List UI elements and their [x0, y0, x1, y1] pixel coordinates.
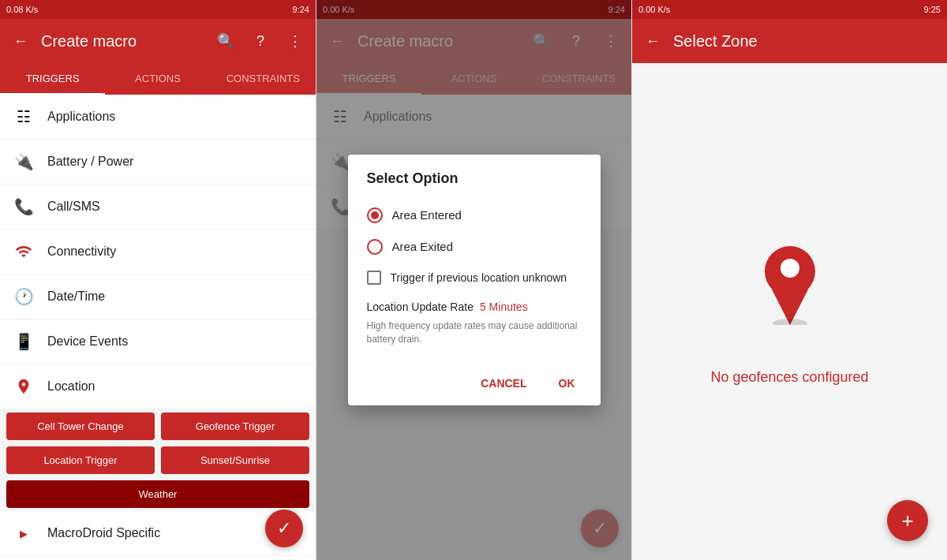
help-button-1[interactable]: ? [246, 27, 275, 55]
option-area-exited[interactable]: Area Exited [367, 231, 582, 263]
status-bar-1: 0.08 K/s 9:24 [0, 0, 316, 19]
prev-location-label: Trigger if previous location unknown [391, 271, 567, 284]
dialog-title: Select Option [348, 155, 601, 196]
back-button-1[interactable]: ← [6, 27, 35, 55]
list-item-applications[interactable]: ☷ Applications [0, 95, 316, 140]
area-entered-label: Area Entered [392, 208, 462, 222]
fab-check-1[interactable]: ✓ [265, 510, 303, 547]
map-pin-svg [754, 238, 825, 325]
tabs-1: Triggers Actions Constraints [0, 63, 316, 95]
help-icon-1: ? [256, 33, 264, 50]
list-item-datetime[interactable]: 🕐 Date/Time [0, 274, 316, 319]
back-button-3[interactable]: ← [638, 27, 667, 55]
callsms-label: Call/SMS [47, 200, 100, 214]
option-prev-location[interactable]: Trigger if previous location unknown [367, 263, 582, 293]
device-label: Device Events [47, 334, 128, 349]
datetime-icon: 🕐 [13, 286, 35, 308]
back-icon-1: ← [13, 33, 28, 50]
map-pin-container [750, 238, 829, 341]
more-icon-1: ⋮ [288, 32, 302, 50]
list-item-sensors[interactable]: ◎ Sensors [0, 556, 316, 560]
location-trigger-button[interactable]: Location Trigger [6, 446, 155, 474]
status-left-3: 0.00 K/s [638, 5, 670, 14]
svg-point-2 [780, 259, 799, 278]
checkbox-prev-location[interactable] [367, 271, 381, 285]
update-rate-row: Location Update Rate 5 Minutes [367, 293, 582, 316]
radio-area-exited[interactable] [367, 239, 383, 255]
dialog-content: Area Entered Area Exited Trigger if prev… [348, 196, 601, 365]
applications-label: Applications [47, 110, 115, 124]
search-button-1[interactable]: 🔍 [211, 27, 240, 55]
status-time-3: 9:25 [924, 5, 941, 14]
list-item-battery[interactable]: 🔌 Battery / Power [0, 140, 316, 185]
update-rate-label: Location Update Rate [367, 301, 474, 313]
ok-button[interactable]: OK [546, 371, 588, 396]
battery-drain-warning: High frequency update rates may cause ad… [367, 316, 582, 356]
location-sub-buttons-1: Cell Tower Change Geofence Trigger [0, 409, 316, 443]
dialog-overlay: Select Option Area Entered Area Exited T… [316, 0, 631, 560]
connectivity-label: Connectivity [47, 245, 116, 259]
update-rate-value[interactable]: 5 Minutes [480, 301, 528, 313]
app-bar-3: ← Select Zone [632, 19, 947, 63]
location-icon [13, 375, 35, 398]
callsms-icon: 📞 [13, 196, 35, 218]
status-right-3: 9:25 [924, 5, 941, 14]
zone-empty-state: No geofences configured [632, 63, 947, 560]
svg-point-3 [773, 319, 807, 325]
macrodroid-icon: ▸ [13, 522, 35, 544]
panel-create-macro-2: 0.00 K/s 9:24 ← Create macro 🔍 ? ⋮ Trigg… [316, 0, 631, 560]
battery-icon: 🔌 [13, 151, 35, 173]
app-title-1: Create macro [41, 32, 205, 50]
status-bar-3: 0.00 K/s 9:25 [632, 0, 947, 19]
geofence-button[interactable]: Geofence Trigger [161, 413, 309, 440]
cancel-button[interactable]: CANCEL [468, 371, 539, 396]
weather-button[interactable]: Weather [6, 480, 309, 508]
dialog-actions: CANCEL OK [348, 364, 601, 405]
datetime-label: Date/Time [47, 289, 105, 304]
panel-select-zone: 0.00 K/s 9:25 ← Select Zone No geofences… [631, 0, 947, 560]
device-icon: 📱 [13, 330, 35, 353]
status-right-1: 9:24 [293, 5, 309, 14]
weather-row: Weather [0, 477, 316, 511]
search-icon-1: 🔍 [217, 32, 234, 50]
radio-area-entered[interactable] [367, 207, 383, 223]
tab-constraints-1[interactable]: Constraints [211, 63, 316, 95]
more-button-1[interactable]: ⋮ [281, 27, 309, 55]
app-title-3: Select Zone [673, 32, 941, 50]
connectivity-icon [13, 241, 35, 263]
list-item-callsms[interactable]: 📞 Call/SMS [0, 185, 316, 230]
status-time-1: 9:24 [293, 5, 309, 14]
panel-create-macro-1: 0.08 K/s 9:24 ← Create macro 🔍 ? ⋮ Trigg… [0, 0, 316, 560]
status-left-1: 0.08 K/s [6, 5, 38, 14]
select-option-dialog: Select Option Area Entered Area Exited T… [348, 155, 601, 406]
tab-triggers-1[interactable]: Triggers [0, 63, 105, 95]
check-icon-1: ✓ [277, 518, 291, 539]
location-label: Location [47, 379, 95, 394]
battery-label: Battery / Power [47, 155, 133, 169]
applications-icon: ☷ [13, 106, 35, 128]
macrodroid-label: MacroDroid Specific [47, 526, 160, 540]
list-item-location[interactable]: Location [0, 364, 316, 409]
status-speed-1: 0.08 K/s [6, 5, 38, 14]
app-bar-1: ← Create macro 🔍 ? ⋮ [0, 19, 316, 63]
trigger-list-1: ☷ Applications 🔌 Battery / Power 📞 Call/… [0, 95, 316, 560]
list-item-device[interactable]: 📱 Device Events [0, 319, 316, 364]
option-area-entered[interactable]: Area Entered [367, 200, 582, 231]
sunset-sunrise-button[interactable]: Sunset/Sunrise [161, 446, 309, 474]
location-sub-buttons-2: Location Trigger Sunset/Sunrise [0, 443, 316, 477]
area-exited-label: Area Exited [392, 240, 454, 253]
status-speed-3: 0.00 K/s [638, 5, 670, 14]
add-icon: + [901, 509, 913, 533]
cell-tower-button[interactable]: Cell Tower Change [6, 413, 155, 440]
tab-actions-1[interactable]: Actions [105, 63, 210, 95]
no-geofence-text: No geofences configured [710, 369, 868, 386]
add-geofence-button[interactable]: + [887, 500, 928, 541]
list-item-connectivity[interactable]: Connectivity [0, 230, 316, 274]
